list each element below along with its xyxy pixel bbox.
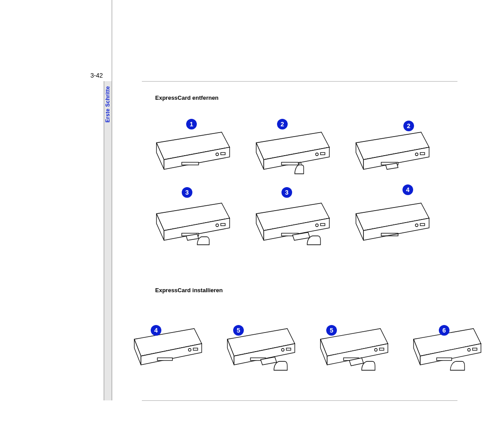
step-badge: 4 <box>151 325 161 336</box>
laptop-illustration <box>255 200 332 245</box>
laptop-illustration <box>133 326 204 370</box>
svg-rect-18 <box>157 358 172 360</box>
rule-top <box>142 81 457 82</box>
svg-point-25 <box>375 349 377 351</box>
illustration-cell: 5 <box>226 317 297 370</box>
step-badge: 4 <box>402 184 413 195</box>
svg-point-4 <box>316 153 318 156</box>
svg-rect-5 <box>320 153 325 155</box>
illustration-cell: 6 <box>412 317 483 370</box>
svg-point-28 <box>468 349 470 351</box>
vertical-rule-top <box>112 0 112 81</box>
svg-rect-0 <box>182 162 199 165</box>
sidebar-section-label: Erste Schritte <box>105 86 111 122</box>
svg-rect-8 <box>420 153 425 155</box>
illustration-cell: 1 <box>155 116 233 174</box>
illustration-cell: 5 <box>319 317 390 370</box>
laptop-corner-icon <box>155 129 233 174</box>
laptop-illustration <box>155 129 233 174</box>
step-badge: 5 <box>233 325 244 336</box>
rule-bottom <box>142 400 457 401</box>
step-badge: 5 <box>326 325 337 336</box>
section-title-remove: ExpressCard entfernen <box>155 94 219 101</box>
svg-point-16 <box>415 224 418 227</box>
illustration-cell: 2 <box>355 116 432 174</box>
laptop-illustration <box>155 200 233 245</box>
step-badge: 6 <box>439 325 449 336</box>
svg-point-10 <box>216 224 219 227</box>
illustration-cell: 3 <box>155 187 233 245</box>
laptop-illustration <box>255 129 332 174</box>
svg-rect-17 <box>420 223 425 226</box>
illustration-grid-install: 4 5 <box>133 317 483 370</box>
svg-point-1 <box>216 153 219 156</box>
sidebar-gray-strip <box>104 81 112 400</box>
svg-point-19 <box>188 349 191 351</box>
laptop-card-eject-icon <box>355 129 432 174</box>
laptop-illustration <box>355 200 432 245</box>
illustration-cell: 3 <box>255 187 332 245</box>
svg-rect-29 <box>473 348 477 350</box>
svg-rect-27 <box>437 358 452 360</box>
laptop-empty-icon <box>133 326 204 370</box>
svg-rect-20 <box>193 348 198 350</box>
step-badge: 3 <box>182 187 192 198</box>
svg-rect-11 <box>221 223 225 226</box>
svg-rect-2 <box>221 153 225 155</box>
svg-rect-26 <box>379 348 384 350</box>
svg-point-13 <box>316 224 318 227</box>
document-page: 3-42 Erste Schritte ExpressCard entferne… <box>0 0 504 423</box>
svg-rect-14 <box>320 223 325 226</box>
step-badge: 3 <box>281 187 292 198</box>
svg-rect-23 <box>286 348 291 350</box>
laptop-pull-out-icon <box>255 200 332 245</box>
illustration-cell: 2 <box>255 116 332 174</box>
laptop-pull-icon <box>155 200 233 245</box>
illustration-cell: 4 <box>355 187 432 245</box>
svg-rect-3 <box>281 162 298 165</box>
laptop-empty-slot-icon <box>355 200 432 245</box>
svg-point-7 <box>415 153 418 156</box>
step-badge: 1 <box>186 119 197 129</box>
illustration-grid-remove: 1 <box>155 116 432 245</box>
section-title-install: ExpressCard installieren <box>155 287 223 294</box>
page-number: 3-42 <box>90 72 103 79</box>
svg-rect-15 <box>381 233 398 236</box>
svg-point-22 <box>281 349 284 351</box>
illustration-cell: 4 <box>133 317 204 370</box>
laptop-illustration <box>355 129 432 174</box>
step-badge: 2 <box>403 121 414 131</box>
laptop-press-icon <box>255 129 332 174</box>
step-badge: 2 <box>277 119 288 129</box>
